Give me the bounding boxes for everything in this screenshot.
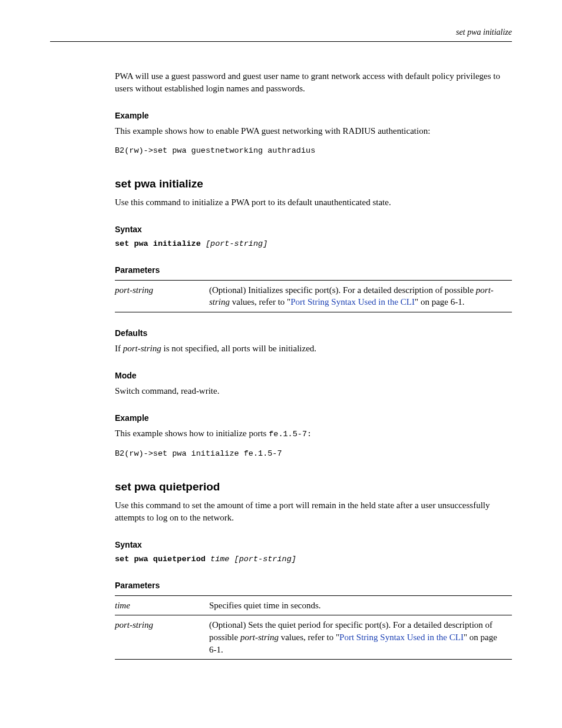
example1-paragraph: This example shows how to enable PWA gue… (115, 125, 512, 137)
quiet-params-heading: Parameters (115, 580, 512, 591)
param-name: port-string (115, 615, 209, 660)
init-mode-paragraph: Switch command, read-write. (115, 385, 512, 397)
example1-heading: Example (115, 110, 512, 121)
header-breadcrumb: set pwa initialize (50, 27, 512, 38)
param-desc: (Optional) Initializes specific port(s).… (209, 280, 512, 312)
header-rule (50, 41, 512, 42)
quiet-syntax-code: set pwa quietperiod time [port-string] (115, 554, 512, 565)
table-row: time Specifies quiet time in seconds. (115, 595, 512, 615)
init-defaults-heading: Defaults (115, 328, 512, 339)
init-defaults-paragraph: If port-string is not specified, all por… (115, 342, 512, 355)
init-syntax-code: set pwa initialize [port-string] (115, 239, 512, 249)
init-example-paragraph: This example shows how to initialize por… (115, 427, 512, 440)
init-mode-heading: Mode (115, 370, 512, 381)
param-name: time (115, 595, 209, 615)
example1-code: B2(rw)->set pwa guestnetworking authradi… (115, 146, 512, 156)
param-name: port-string (115, 280, 209, 312)
port-string-syntax-link[interactable]: Port String Syntax Used in the CLI (290, 297, 415, 307)
init-syntax-heading: Syntax (115, 224, 512, 235)
init-example-code: B2(rw)->set pwa initialize fe.1.5-7 (115, 449, 512, 459)
quiet-syntax-heading: Syntax (115, 539, 512, 551)
section-init-paragraph: Use this command to initialize a PWA por… (115, 196, 512, 209)
param-desc: (Optional) Sets the quiet period for spe… (209, 615, 512, 660)
quiet-params-table: time Specifies quiet time in seconds. po… (115, 595, 512, 660)
init-example-heading: Example (115, 413, 512, 424)
section-init-heading: set pwa initialize (115, 176, 512, 192)
section-quiet-heading: set pwa quietperiod (115, 479, 512, 495)
intro-paragraph: PWA will use a guest password and guest … (115, 70, 512, 94)
param-desc: Specifies quiet time in seconds. (209, 595, 512, 615)
table-row: port-string (Optional) Initializes speci… (115, 280, 512, 312)
port-string-syntax-link[interactable]: Port String Syntax Used in the CLI (339, 633, 464, 642)
section-quiet-paragraph: Use this command to set the amount of ti… (115, 499, 512, 523)
table-row: port-string (Optional) Sets the quiet pe… (115, 615, 512, 660)
init-params-table: port-string (Optional) Initializes speci… (115, 280, 512, 312)
init-params-heading: Parameters (115, 265, 512, 276)
